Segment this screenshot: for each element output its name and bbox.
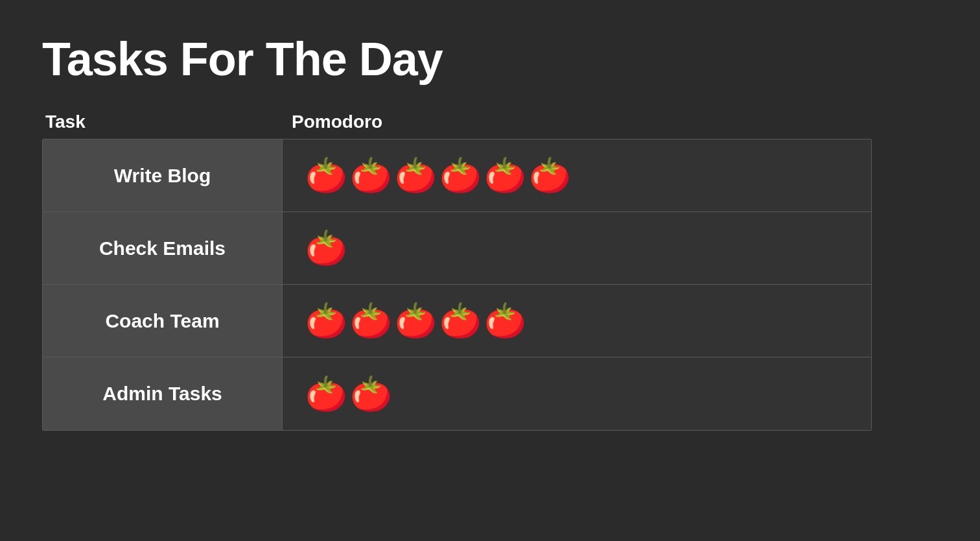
- pomodoro-cell-check-emails: 🍅: [283, 212, 871, 284]
- tomato-icons-admin-tasks: 🍅 🍅: [305, 374, 392, 414]
- task-name-check-emails: Check Emails: [99, 237, 226, 259]
- pomodoro-cell-write-blog: 🍅 🍅 🍅 🍅 🍅 🍅: [283, 139, 871, 211]
- pomodoro-cell-admin-tasks: 🍅 🍅: [283, 357, 871, 430]
- tomato-icon: 🍅: [350, 374, 392, 414]
- task-table: Write Blog 🍅 🍅 🍅 🍅 🍅 🍅 Check Emails 🍅: [42, 139, 872, 431]
- pomodoro-column-header: Pomodoro: [292, 112, 382, 132]
- task-name-cell-check-emails: Check Emails: [43, 212, 283, 284]
- table-row: Write Blog 🍅 🍅 🍅 🍅 🍅 🍅: [43, 139, 871, 212]
- task-name-cell-write-blog: Write Blog: [43, 139, 283, 211]
- table-row: Admin Tasks 🍅 🍅: [43, 357, 871, 430]
- task-name-write-blog: Write Blog: [114, 165, 211, 187]
- tomato-icon: 🍅: [484, 301, 526, 341]
- tomato-icons-coach-team: 🍅 🍅 🍅 🍅 🍅: [305, 301, 526, 341]
- tomato-icon: 🍅: [305, 156, 347, 195]
- tomato-icon: 🍅: [395, 156, 437, 195]
- page-title: Tasks For The Day: [42, 32, 938, 86]
- tomato-icon: 🍅: [350, 301, 392, 341]
- tomato-icon: 🍅: [529, 156, 571, 195]
- tomato-icon: 🍅: [350, 156, 392, 195]
- task-column-header: Task: [45, 112, 292, 132]
- task-name-admin-tasks: Admin Tasks: [102, 383, 222, 405]
- tomato-icon: 🍅: [305, 301, 347, 341]
- table-row: Check Emails 🍅: [43, 212, 871, 285]
- tomato-icon: 🍅: [305, 374, 347, 414]
- pomodoro-cell-coach-team: 🍅 🍅 🍅 🍅 🍅: [283, 285, 871, 357]
- table-row: Coach Team 🍅 🍅 🍅 🍅 🍅: [43, 285, 871, 357]
- tomato-icons-write-blog: 🍅 🍅 🍅 🍅 🍅 🍅: [305, 156, 571, 195]
- column-headers: Task Pomodoro: [42, 112, 938, 132]
- tomato-icon: 🍅: [439, 156, 482, 195]
- tomato-icons-check-emails: 🍅: [305, 228, 347, 268]
- tomato-icon: 🍅: [484, 156, 526, 195]
- tomato-icon: 🍅: [439, 301, 482, 341]
- task-name-cell-admin-tasks: Admin Tasks: [43, 357, 283, 430]
- tomato-icon: 🍅: [305, 228, 347, 268]
- task-name-coach-team: Coach Team: [105, 310, 219, 332]
- tomato-icon: 🍅: [395, 301, 437, 341]
- task-name-cell-coach-team: Coach Team: [43, 285, 283, 357]
